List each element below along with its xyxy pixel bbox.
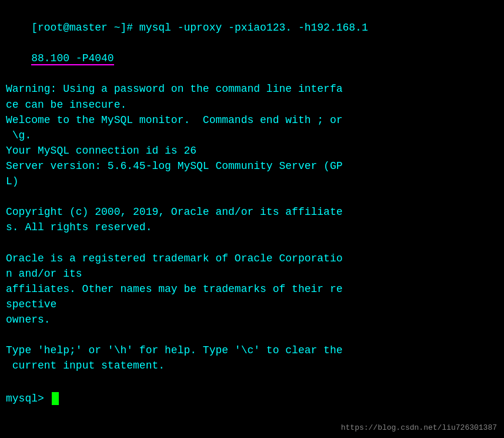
connection-id-line: Your MySQL connection id is 26 bbox=[6, 143, 498, 158]
spacer-2 bbox=[6, 235, 498, 250]
copyright-line: Copyright (c) 2000, 2019, Oracle and/or … bbox=[6, 204, 498, 235]
spacer-3 bbox=[6, 327, 498, 343]
bottom-url: https://blog.csdn.net/liu726301387 bbox=[341, 423, 497, 432]
spacer-1 bbox=[6, 189, 498, 204]
server-version-line: Server version: 5.6.45-log MySQL Communi… bbox=[6, 158, 498, 189]
command-underlined: 88.100 -P4040 bbox=[31, 52, 114, 65]
warning-line: Warning: Using a password on the command… bbox=[6, 81, 498, 112]
command-line: [root@master ~]# mysql -uproxy -pxiao123… bbox=[6, 5, 498, 81]
help-text-line: Type 'help;' or '\h' for help. Type '\c'… bbox=[6, 343, 498, 373]
spacer-4 bbox=[6, 373, 498, 389]
terminal-cursor bbox=[52, 392, 59, 405]
oracle-trademark-line: Oracle is a registered trademark of Orac… bbox=[6, 251, 498, 327]
welcome-line: Welcome to the MySQL monitor. Commands e… bbox=[6, 112, 498, 143]
mysql-prompt-line: mysql> bbox=[6, 391, 498, 406]
command-prefix: [root@master ~]# mysql -uproxy -pxiao123… bbox=[31, 22, 368, 34]
terminal-window: [root@master ~]# mysql -uproxy -pxiao123… bbox=[0, 0, 504, 438]
mysql-prompt-text: mysql> bbox=[6, 391, 51, 406]
url-text: https://blog.csdn.net/liu726301387 bbox=[341, 423, 497, 432]
